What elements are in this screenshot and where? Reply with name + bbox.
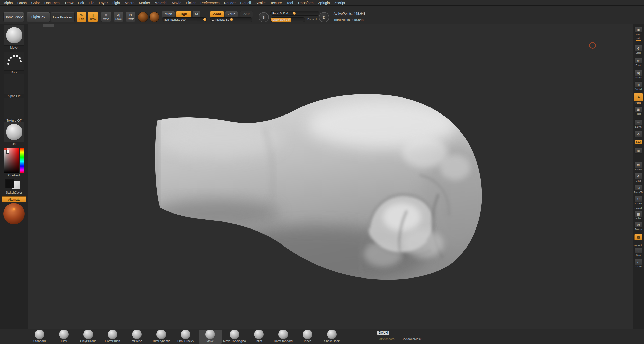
shelf-lsym-button[interactable]: ⇋ L.Sym — [633, 119, 643, 128]
shelf-zoom3d-button[interactable]: ◱ Zoom3D — [633, 185, 643, 193]
color-picker[interactable] — [4, 148, 24, 173]
rgb-intensity-slider[interactable]: Rgb Intensity 100 — [162, 17, 207, 22]
menu-color[interactable]: Color — [29, 1, 42, 5]
sculptris-pro-toggle[interactable]: S — [259, 12, 269, 22]
alternate-button[interactable]: Alternate — [2, 196, 26, 202]
slider-knob[interactable] — [293, 12, 296, 15]
menu-edit[interactable]: Edit — [76, 1, 86, 5]
menu-stencil[interactable]: Stencil — [238, 1, 253, 5]
lightbox-resize-handle[interactable] — [43, 24, 54, 27]
brush-pinch[interactable]: Pinch — [296, 330, 319, 344]
menu-movie[interactable]: Movie — [170, 1, 184, 5]
current-texture-thumb[interactable] — [4, 98, 24, 119]
shelf-xyz-button[interactable]: XYZ — [633, 140, 643, 144]
shelf-move-button[interactable]: ✥ Move — [633, 173, 643, 182]
shelf-solo-button[interactable]: ◌ Solo — [633, 248, 643, 256]
draw-size-slider[interactable]: Draw Size 18 — [270, 17, 305, 22]
shelf-floor-button[interactable]: ⊞ Floor — [633, 106, 643, 115]
shelf-gyro-button[interactable]: ⊚ — [633, 131, 643, 137]
shelf-ghost-button[interactable]: ▩ — [633, 234, 643, 240]
shelf-ysym-button[interactable]: ◎ — [633, 148, 643, 154]
menu-macro[interactable]: Macro — [122, 1, 137, 5]
focal-shift-slider[interactable]: Focal Shift 0 — [270, 11, 319, 16]
spix-slider[interactable] — [636, 40, 641, 41]
z-intensity-slider[interactable]: Z Intensity 51 — [210, 17, 252, 22]
brush-claybuildup[interactable]: ClayBuildup — [77, 330, 100, 344]
brush-inflat[interactable]: Inflat — [247, 330, 271, 344]
menu-transform[interactable]: Transform — [295, 1, 316, 5]
menu-tool[interactable]: Tool — [284, 1, 295, 5]
model-fist[interactable] — [155, 91, 484, 284]
switch-color-widget[interactable] — [4, 178, 24, 190]
current-color-sphere[interactable] — [3, 203, 25, 224]
menu-picker[interactable]: Picker — [184, 1, 198, 5]
move-mode-button[interactable]: ✥ Move — [101, 12, 111, 22]
shelf-rotate-button[interactable]: ↻ Rotate — [633, 196, 643, 205]
brush-trimdynamic[interactable]: TrimDynamic — [150, 330, 173, 344]
backfacemask-label[interactable]: BackfaceMask — [402, 337, 421, 341]
menu-draw[interactable]: Draw — [63, 1, 76, 5]
document-canvas[interactable] — [28, 24, 633, 329]
zadd-button[interactable]: Zadd — [210, 11, 224, 17]
scale-mode-button[interactable]: ◰ Scale — [114, 12, 123, 22]
menu-material[interactable]: Material — [152, 1, 170, 5]
menu-render[interactable]: Render — [222, 1, 238, 5]
menu-light[interactable]: Light — [110, 1, 122, 5]
rgb-button[interactable]: Rgb — [176, 11, 191, 17]
menu-zscript[interactable]: Zscript — [332, 1, 347, 5]
m-button[interactable]: M — [193, 11, 200, 17]
shelf-xpose-button[interactable]: ∷ Xpose — [633, 259, 643, 268]
menu-layer[interactable]: Layer — [97, 1, 110, 5]
brush-damstandard[interactable]: DamStandard — [272, 330, 295, 344]
shelf-bpr-button[interactable]: ◉ BPR — [633, 27, 643, 36]
slider-knob[interactable] — [203, 18, 206, 21]
rotate-mode-button[interactable]: ↻ Rotate — [126, 12, 135, 22]
deluh-button[interactable]: DelUH — [377, 331, 389, 335]
live-boolean-button[interactable]: Live Boolean — [51, 12, 75, 22]
brush-mpolish[interactable]: mPolish — [125, 330, 149, 344]
menu-zplugin[interactable]: Zplugin — [316, 1, 332, 5]
history-dot-icon[interactable] — [589, 42, 596, 49]
brush-move[interactable]: Move — [199, 330, 222, 344]
shelf-frame-button[interactable]: ⊡ Frame — [633, 162, 643, 171]
menu-file[interactable]: File — [86, 1, 97, 5]
menu-stroke[interactable]: Stroke — [253, 1, 268, 5]
menu-marker[interactable]: Marker — [137, 1, 152, 5]
brush-orb-cracks[interactable]: Orb_Cracks — [174, 330, 197, 344]
current-brush-thumb[interactable] — [4, 25, 24, 46]
brush-snakehook[interactable]: SnakeHook — [320, 330, 344, 344]
shelf-actual-button[interactable]: ▣ Actual — [633, 70, 643, 79]
paint-orb-icon[interactable] — [138, 12, 148, 22]
zsub-button[interactable]: Zsub — [225, 11, 238, 17]
shelf-scroll-button[interactable]: ✥ Scroll — [633, 45, 643, 54]
shelf-zoom-button[interactable]: ⊕ Zoom — [633, 58, 643, 67]
current-material-thumb[interactable] — [4, 122, 24, 142]
edit-mode-button[interactable]: ✎ Edit — [77, 12, 86, 22]
brush-move-topological[interactable]: Move Topologica — [223, 330, 246, 344]
menu-document[interactable]: Document — [42, 1, 63, 5]
primary-color-swatch[interactable] — [5, 179, 14, 188]
mrgb-button[interactable]: Mrgb — [162, 11, 175, 17]
menu-alpha[interactable]: Alpha — [2, 1, 15, 5]
menu-brush[interactable]: Brush — [15, 1, 29, 5]
shelf-spix-button[interactable]: SPix — [633, 37, 643, 41]
brush-formbrush[interactable]: FormBrush — [101, 330, 124, 344]
current-alpha-thumb[interactable] — [4, 74, 24, 94]
lazysmooth-label[interactable]: LazySmooth — [378, 337, 395, 341]
menu-preferences[interactable]: Preferences — [198, 1, 222, 5]
brush-standard[interactable]: Standard — [28, 330, 51, 344]
shelf-persp-button[interactable]: ◳ Persp — [633, 93, 643, 104]
lightbox-button[interactable]: LightBox — [27, 12, 50, 22]
dynamic-subdiv-toggle[interactable]: D — [319, 12, 329, 22]
shelf-transp-button[interactable]: ▨ Transp — [633, 222, 643, 231]
current-stroke-thumb[interactable] — [4, 52, 24, 71]
hue-strip[interactable] — [20, 148, 24, 173]
zcut-button[interactable]: Zcut — [240, 11, 253, 17]
slider-knob[interactable] — [230, 18, 233, 21]
shelf-aahalf-button[interactable]: ◫ AAHalf — [633, 81, 643, 90]
home-page-button[interactable]: Home Page — [3, 12, 24, 22]
sculpt-orb-icon[interactable] — [149, 12, 159, 22]
brush-clay[interactable]: Clay — [52, 330, 76, 344]
menu-texture[interactable]: Texture — [268, 1, 284, 5]
shelf-polyf-button[interactable]: ▦ PolyF — [633, 211, 643, 220]
